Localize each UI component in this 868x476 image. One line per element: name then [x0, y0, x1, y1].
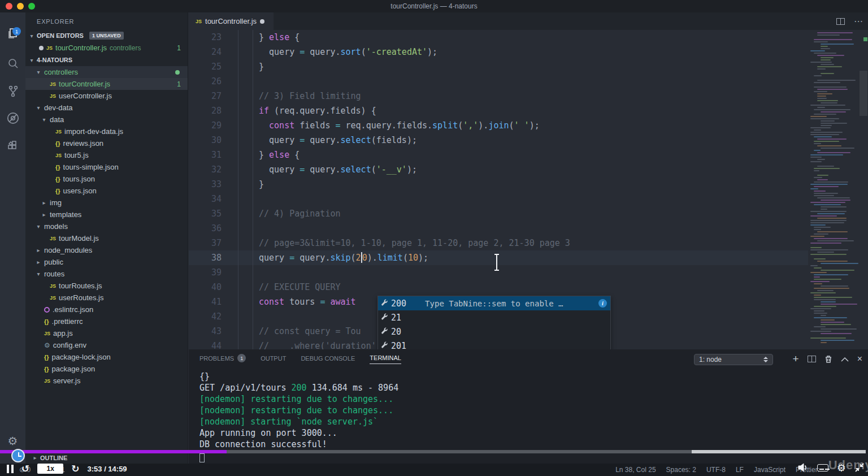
fullscreen-exit-icon[interactable]: [854, 462, 865, 473]
panel-tab-problems[interactable]: PROBLEMS1: [199, 354, 246, 365]
video-settings-icon[interactable]: ⚙: [837, 462, 846, 474]
project-header[interactable]: ▾ 4-NATOURS: [25, 54, 188, 66]
tree-item-public[interactable]: ▸public: [25, 256, 188, 268]
kill-terminal-icon[interactable]: [824, 355, 832, 364]
editor-scrollbar[interactable]: [859, 30, 868, 349]
status-item-4[interactable]: JavaScript: [754, 466, 785, 474]
minimap-line: [817, 152, 850, 153]
zoom-window-button[interactable]: [28, 3, 35, 10]
tree-item-routes[interactable]: ▾routes: [25, 268, 188, 280]
close-panel-icon[interactable]: ×: [857, 354, 862, 364]
tree-item-import-dev-data-js[interactable]: JSimport-dev-data.js: [25, 126, 188, 137]
tree-item-img[interactable]: ▸img: [25, 197, 188, 209]
open-editors-header[interactable]: ▾ OPEN EDITORS 1 UNSAVED: [25, 29, 188, 42]
source-control-icon[interactable]: [0, 78, 25, 104]
minimap-line: [814, 150, 821, 151]
json-file-icon: {}: [55, 164, 60, 171]
forward-icon[interactable]: ↻: [71, 463, 79, 474]
minimap-line: [814, 141, 839, 142]
wrench-icon: [381, 341, 388, 350]
tree-item-package-lock-json[interactable]: {}package-lock.json: [25, 351, 188, 363]
scrollbar-thumb[interactable]: [860, 71, 867, 116]
tree-item-controllers[interactable]: ▾controllers: [25, 66, 188, 78]
suggest-item-20[interactable]: 20: [378, 324, 610, 339]
maximize-panel-icon[interactable]: [841, 357, 849, 362]
tree-item-tours-simple-json[interactable]: {}tours-simple.json: [25, 161, 188, 173]
settings-gear-icon[interactable]: ⚙: [0, 434, 25, 448]
split-terminal-icon[interactable]: [808, 356, 816, 362]
terminal-select[interactable]: 1: node: [694, 354, 773, 365]
info-icon[interactable]: i: [598, 299, 607, 308]
tree-item-node-modules[interactable]: ▸node_modules: [25, 244, 188, 256]
tree-item-users-json[interactable]: {}users.json: [25, 185, 188, 197]
tree-item-server-js[interactable]: JSserver.js: [25, 375, 188, 387]
tree-item-models[interactable]: ▾models: [25, 220, 188, 232]
minimap-line: [821, 285, 848, 287]
minimize-window-button[interactable]: [17, 3, 24, 10]
new-terminal-icon[interactable]: +: [793, 353, 799, 365]
suggest-item-21[interactable]: 21: [378, 310, 610, 324]
video-progress-bar[interactable]: [0, 450, 868, 453]
tree-item--prettierrc[interactable]: {}.prettierrc: [25, 315, 188, 327]
terminal-text: GET /api/v1/tours: [199, 383, 292, 393]
rewind-icon[interactable]: ↺: [21, 463, 29, 474]
tree-item-tourcontroller-js[interactable]: JStourController.js1: [25, 78, 188, 90]
code-token: =: [300, 47, 310, 57]
captions-icon[interactable]: [817, 464, 828, 471]
minimap-line: [810, 337, 846, 339]
volume-icon[interactable]: [797, 462, 809, 473]
code-token: '-__v': [376, 165, 407, 175]
extensions-icon[interactable]: [0, 133, 25, 159]
suggest-item-201[interactable]: 201: [378, 339, 610, 349]
panel-tab-terminal[interactable]: TERMINAL: [370, 354, 401, 364]
tree-item-app-js[interactable]: JSapp.js: [25, 327, 188, 339]
status-item-3[interactable]: LF: [736, 466, 744, 474]
panel-tab-debug-console[interactable]: DEBUG CONSOLE: [301, 355, 355, 364]
suggest-item-200[interactable]: 200Type TabNine::sem to enable …i: [378, 296, 610, 310]
open-editor-item[interactable]: JS tourController.js controllers 1: [25, 42, 188, 54]
playback-speed-button[interactable]: 1x: [37, 464, 63, 474]
minimap-line: [814, 258, 826, 259]
terminal-output[interactable]: {}GET /api/v1/tours 200 134.684 ms - 896…: [199, 371, 398, 450]
panel-tab-output[interactable]: OUTPUT: [261, 355, 286, 364]
code-token: }: [259, 179, 264, 189]
tree-item-data[interactable]: ▾data: [25, 114, 188, 126]
chevron-down-icon: ▾: [41, 116, 47, 123]
status-item-1[interactable]: Spaces: 2: [666, 466, 696, 474]
explorer-title: EXPLORER: [25, 12, 188, 29]
tree-item-templates[interactable]: ▸templates: [25, 209, 188, 220]
tree-item-userroutes-js[interactable]: JSuserRoutes.js: [25, 292, 188, 304]
close-window-button[interactable]: [6, 3, 12, 10]
tree-item-tour5-js[interactable]: JStour5.js: [25, 149, 188, 161]
tab-tourcontroller[interactable]: JS tourController.js: [189, 12, 274, 30]
minimap[interactable]: [808, 30, 859, 349]
search-icon[interactable]: [0, 51, 25, 77]
minimap-line: [821, 342, 827, 343]
tree-item-package-json[interactable]: {}package.json: [25, 363, 188, 375]
debug-icon[interactable]: [0, 105, 25, 131]
eslint-file-icon: [44, 307, 50, 313]
status-item-0[interactable]: Ln 38, Col 25: [615, 466, 656, 474]
tree-item-reviews-json[interactable]: {}reviews.json: [25, 137, 188, 149]
tree-item-dev-data[interactable]: ▾dev-data: [25, 102, 188, 114]
code-line-37: // page=3&limit=10, 1-10, page 1, 11-20,…: [259, 236, 570, 250]
more-actions-icon[interactable]: ⋯: [854, 16, 863, 27]
code-token: await: [330, 297, 355, 307]
tree-item-tourmodel-js[interactable]: JStourModel.js: [25, 232, 188, 244]
line-number: 23: [189, 30, 222, 45]
tree-item-tourroutes-js[interactable]: JStourRoutes.js: [25, 280, 188, 292]
tree-item-usercontroller-js[interactable]: JSuserController.js: [25, 90, 188, 102]
split-editor-icon[interactable]: [836, 18, 845, 25]
minimap-line: [814, 170, 819, 171]
tree-item-config-env[interactable]: ⚙config.env: [25, 339, 188, 351]
minimap-line: [810, 254, 847, 255]
status-item-2[interactable]: UTF-8: [706, 466, 726, 474]
tree-item--eslintrc-json[interactable]: .eslintrc.json: [25, 304, 188, 315]
minimap-line: [814, 191, 826, 192]
suggest-label: 201: [391, 341, 406, 350]
json-file-icon: {}: [55, 176, 60, 183]
code-editor[interactable]: 2324252627282930313233343536373839404142…: [189, 30, 868, 349]
pause-button[interactable]: [7, 465, 14, 473]
tree-item-tours-json[interactable]: {}tours.json: [25, 173, 188, 185]
code-token: else: [269, 32, 289, 42]
